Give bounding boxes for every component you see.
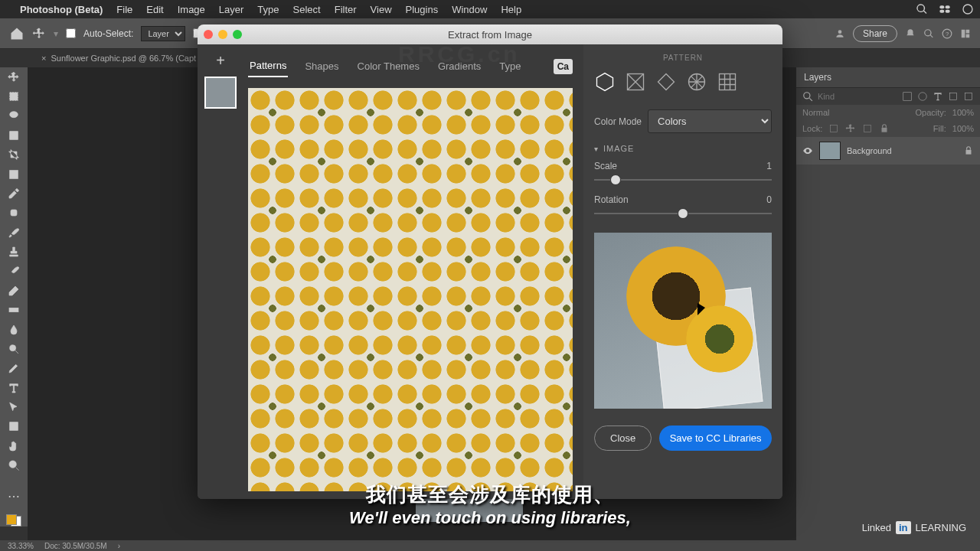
close-tab-icon[interactable]: × bbox=[41, 54, 46, 63]
help-icon[interactable]: ? bbox=[942, 28, 952, 39]
move-tool[interactable] bbox=[5, 70, 23, 83]
pattern-type-radial-icon[interactable] bbox=[686, 71, 707, 96]
menu-edit[interactable]: Edit bbox=[146, 4, 163, 15]
auto-select-checkbox[interactable] bbox=[66, 28, 76, 38]
lock-artboard-icon[interactable] bbox=[862, 123, 873, 134]
pattern-preview[interactable] bbox=[248, 88, 573, 491]
frame-tool[interactable] bbox=[5, 168, 23, 181]
source-thumbnail[interactable] bbox=[204, 77, 237, 109]
auto-select-target[interactable]: Layer bbox=[141, 26, 185, 41]
shape-tool[interactable] bbox=[5, 420, 23, 433]
menu-help[interactable]: Help bbox=[501, 4, 521, 15]
brush-tool[interactable] bbox=[5, 226, 23, 239]
history-brush-tool[interactable] bbox=[5, 265, 23, 278]
window-close-icon[interactable] bbox=[204, 30, 213, 39]
add-source-button[interactable]: + bbox=[212, 52, 229, 69]
healing-tool[interactable] bbox=[5, 207, 23, 220]
lock-all-icon[interactable] bbox=[879, 123, 890, 134]
tab-type[interactable]: Type bbox=[498, 56, 522, 77]
filter-smart-icon[interactable] bbox=[963, 91, 974, 102]
menu-window[interactable]: Window bbox=[452, 4, 487, 15]
marquee-tool[interactable] bbox=[5, 90, 23, 103]
layer-row-background[interactable]: Background bbox=[796, 137, 980, 165]
window-zoom-icon[interactable] bbox=[233, 30, 242, 39]
tab-gradients[interactable]: Gradients bbox=[436, 56, 482, 77]
eraser-tool[interactable] bbox=[5, 284, 23, 297]
doc-size[interactable]: Doc: 30.5M/30.5M bbox=[44, 542, 107, 550]
save-to-libraries-button[interactable]: Save to CC Libraries bbox=[659, 425, 772, 451]
pattern-type-grid-icon[interactable] bbox=[717, 71, 738, 96]
zoom-tool[interactable] bbox=[5, 459, 23, 472]
layers-filter-row bbox=[796, 88, 980, 105]
menu-layer[interactable]: Layer bbox=[219, 4, 244, 15]
gradient-tool[interactable] bbox=[5, 304, 23, 317]
scale-value[interactable]: 1 bbox=[766, 161, 772, 171]
menu-file[interactable]: File bbox=[116, 4, 132, 15]
share-button[interactable]: Share bbox=[853, 25, 897, 42]
filter-adjust-icon[interactable] bbox=[917, 91, 928, 102]
object-selection-tool[interactable] bbox=[5, 129, 23, 142]
window-minimize-icon[interactable] bbox=[218, 30, 227, 39]
stamp-tool[interactable] bbox=[5, 245, 23, 258]
search-icon[interactable] bbox=[802, 91, 813, 102]
type-tool[interactable] bbox=[5, 381, 23, 394]
color-swatches[interactable] bbox=[6, 514, 21, 527]
svg-rect-31 bbox=[965, 93, 972, 99]
tab-shapes[interactable]: Shapes bbox=[303, 56, 340, 77]
rotation-value[interactable]: 0 bbox=[766, 194, 772, 205]
menu-plugins[interactable]: Plugins bbox=[406, 4, 439, 15]
blend-mode[interactable]: Normal bbox=[802, 108, 829, 117]
lasso-tool[interactable] bbox=[5, 109, 23, 122]
tab-patterns[interactable]: Patterns bbox=[248, 55, 288, 77]
filter-type-icon[interactable] bbox=[933, 91, 943, 102]
pen-tool[interactable] bbox=[5, 362, 23, 375]
layer-name[interactable]: Background bbox=[847, 146, 892, 155]
home-icon[interactable] bbox=[9, 26, 24, 41]
lock-position-icon[interactable] bbox=[845, 123, 856, 134]
toolbar: ⋯ bbox=[0, 67, 28, 527]
rotation-slider[interactable] bbox=[594, 207, 772, 220]
layers-panel-title[interactable]: Layers bbox=[796, 67, 980, 88]
tab-color-themes[interactable]: Color Themes bbox=[356, 56, 421, 77]
crop-tool[interactable] bbox=[5, 148, 23, 161]
pattern-type-mesh-icon[interactable] bbox=[625, 71, 646, 96]
search-icon[interactable] bbox=[916, 3, 928, 15]
source-image-preview[interactable] bbox=[594, 233, 772, 409]
hand-tool[interactable] bbox=[5, 439, 23, 452]
menu-image[interactable]: Image bbox=[178, 4, 205, 15]
path-selection-tool[interactable] bbox=[5, 400, 23, 413]
app-name[interactable]: Photoshop (Beta) bbox=[20, 4, 103, 15]
edit-toolbar-icon[interactable]: ⋯ bbox=[5, 489, 23, 504]
lock-icon[interactable] bbox=[963, 145, 974, 156]
control-center-icon[interactable] bbox=[939, 3, 951, 15]
dialog-titlebar[interactable]: Extract from Image bbox=[198, 24, 782, 44]
scale-slider[interactable] bbox=[594, 173, 772, 187]
fill-value[interactable]: 100% bbox=[952, 124, 974, 133]
close-button[interactable]: Close bbox=[594, 425, 652, 451]
menu-type[interactable]: Type bbox=[257, 4, 279, 15]
workspace-icon[interactable] bbox=[960, 28, 971, 39]
visibility-icon[interactable] bbox=[802, 145, 813, 156]
filter-image-icon[interactable] bbox=[902, 91, 913, 102]
lock-pixels-icon[interactable] bbox=[828, 123, 839, 134]
filter-shape-icon[interactable] bbox=[948, 91, 959, 102]
pattern-type-diamond-icon[interactable] bbox=[655, 71, 677, 96]
dodge-tool[interactable] bbox=[5, 342, 23, 355]
menu-select[interactable]: Select bbox=[293, 4, 321, 15]
siri-icon[interactable] bbox=[962, 3, 974, 15]
opacity-value[interactable]: 100% bbox=[952, 108, 974, 117]
user-icon[interactable] bbox=[835, 28, 845, 39]
status-chevron-icon[interactable]: › bbox=[118, 542, 120, 550]
layer-kind-filter[interactable] bbox=[818, 92, 897, 101]
pattern-type-hex-icon[interactable] bbox=[594, 71, 616, 96]
zoom-level[interactable]: 33.33% bbox=[8, 542, 34, 550]
image-section-header[interactable]: IMAGE bbox=[594, 144, 772, 153]
color-mode-select[interactable]: Colors bbox=[648, 109, 772, 133]
eyedropper-tool[interactable] bbox=[5, 187, 23, 200]
blur-tool[interactable] bbox=[5, 323, 23, 336]
menu-view[interactable]: View bbox=[371, 4, 392, 15]
bell-icon[interactable] bbox=[905, 28, 916, 39]
document-tab[interactable]: × Sunflower Graphic.psd @ 66.7% (Capt bbox=[34, 51, 204, 66]
menu-filter[interactable]: Filter bbox=[335, 4, 357, 15]
search-icon[interactable] bbox=[923, 28, 934, 39]
